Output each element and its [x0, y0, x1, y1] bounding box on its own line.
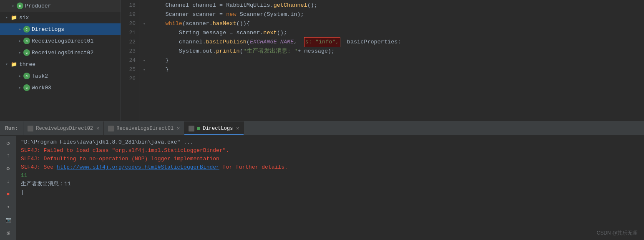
scroll-up-button[interactable]: ↑ [3, 151, 13, 161]
editor-gutter: ⬥ ⬥ ⬥ [139, 0, 148, 121]
tab-label-rld01: ReceiveLogsDirect01 [116, 126, 174, 131]
tree-label-rld01: ReceiveLogsDirect01 [32, 38, 93, 44]
tab-icon-directlogs [189, 126, 194, 131]
code-line-20: while(scanner.hasNext()){ [152, 19, 644, 28]
main-content: Producer 📁 six DirectLogs ReceiveLogsDir… [0, 0, 644, 121]
tree-item-task2[interactable]: Task2 [0, 70, 121, 82]
tree-arrow-rld02 [17, 49, 23, 56]
tree-arrow-task2 [17, 73, 23, 79]
output-line-3: SLF4J: Defaulting to no-operation (NOP) … [21, 155, 640, 163]
tree-item-directlogs[interactable]: DirectLogs [0, 23, 121, 35]
tab-receivelogsdirect01[interactable]: ReceiveLogsDirect01 ✕ [104, 121, 184, 135]
code-line-21: String message = scanner.next(); [152, 28, 644, 38]
folder-icon-three: 📁 [10, 61, 18, 68]
tree-item-receivelogsdirect01[interactable]: ReceiveLogsDirect01 [0, 35, 121, 47]
slf4j-link[interactable]: http://www.slf4j.org/codes.html#StaticLo… [57, 164, 219, 170]
output-line-4: SLF4J: See http://www.slf4j.org/codes.ht… [21, 163, 640, 172]
output-line-2: SLF4J: Failed to load class "org.slf4j.i… [21, 147, 640, 155]
code-editor: 18 19 20 21 22 23 24 25 26 ⬥ [121, 0, 644, 121]
code-line-19: Scanner scanner = new Scanner(System.in)… [152, 10, 644, 19]
class-icon-producer [17, 3, 23, 9]
scroll-down-button[interactable]: ↓ [3, 177, 13, 186]
code-area: 18 19 20 21 22 23 24 25 26 ⬥ [121, 0, 644, 121]
tree-item-producer[interactable]: Producer [0, 0, 121, 12]
project-tree: Producer 📁 six DirectLogs ReceiveLogsDir… [0, 0, 121, 121]
tree-label-task2: Task2 [32, 73, 48, 79]
class-icon-task2 [23, 73, 30, 79]
run-panel: Run: ReceiveLogsDirect02 ✕ ReceiveLogsDi… [0, 121, 644, 240]
tree-arrow-rld01 [17, 38, 23, 44]
run-label: Run: [0, 121, 23, 135]
output-line-6: 生产者发出消息：11 [21, 180, 640, 188]
tab-label-rld02: ReceiveLogsDirect02 [36, 126, 93, 131]
output-line-5: 11 [21, 172, 640, 180]
tree-item-six[interactable]: 📁 six [0, 12, 121, 23]
tab-icon-rld02 [28, 126, 33, 131]
tree-item-three[interactable]: 📁 three [0, 58, 121, 70]
tab-icon-rld01 [108, 126, 114, 131]
tab-close-rld02[interactable]: ✕ [96, 125, 99, 131]
run-tabs: Run: ReceiveLogsDirect02 ✕ ReceiveLogsDi… [0, 121, 644, 136]
output-cursor [21, 188, 640, 197]
tree-item-work03[interactable]: Work03 [0, 82, 121, 93]
tab-label-directlogs: DirectLogs [203, 126, 233, 131]
gutter-bookmark-24: ⬥ [143, 56, 145, 65]
code-line-18: Channel channel = RabbitMqUtils.getChann… [152, 1, 644, 10]
gutter-bookmark-20: ⬥ [143, 19, 145, 28]
tree-label-directlogs: DirectLogs [32, 26, 64, 33]
tree-label-six: six [19, 15, 29, 21]
class-icon-rld01 [23, 38, 30, 44]
tree-arrow-directlogs [17, 26, 23, 33]
tree-item-receivelogsdirect02[interactable]: ReceiveLogsDirect02 [0, 47, 121, 58]
code-line-22: channel.basicPublish(EXCHANGE_NAME, s: "… [152, 38, 644, 47]
code-line-26 [152, 74, 644, 83]
tab-dot-directlogs [197, 127, 200, 130]
class-icon-directlogs [23, 26, 30, 33]
stop-button[interactable]: ■ [3, 189, 13, 199]
code-line-23: System.out.println("生产者发出消息: "+ message)… [152, 47, 644, 56]
tab-close-directlogs[interactable]: ✕ [236, 125, 239, 131]
line-numbers: 18 19 20 21 22 23 24 25 26 [121, 0, 139, 121]
tab-close-rld01[interactable]: ✕ [177, 125, 180, 131]
tree-arrow-producer [10, 3, 17, 9]
gutter-bookmark-25: ⬥ [143, 65, 145, 74]
tree-arrow-six [3, 14, 10, 21]
code-line-25: } [152, 65, 644, 74]
print-button[interactable]: 🖨 [3, 228, 13, 237]
code-lines[interactable]: Channel channel = RabbitMqUtils.getChann… [148, 0, 644, 121]
tree-label-rld02: ReceiveLogsDirect02 [32, 50, 93, 56]
tree-label-producer: Producer [25, 3, 51, 9]
watermark: CSDN @其乐无涯 [596, 230, 637, 237]
tab-directlogs[interactable]: DirectLogs ✕ [184, 121, 244, 135]
folder-icon-six: 📁 [10, 14, 18, 21]
code-line-24: } [152, 56, 644, 65]
run-body: ↺ ↑ ⚙ ↓ ■ ⬆ 📷 🖨 "D:\Program Files\Java\j… [0, 136, 644, 240]
tree-arrow-three [3, 61, 10, 68]
settings-button[interactable]: ⚙ [3, 164, 13, 174]
dump-button[interactable]: ⬆ [3, 202, 13, 212]
class-icon-work03 [23, 84, 30, 91]
tree-label-three: three [19, 61, 35, 68]
rerun-button[interactable]: ↺ [3, 138, 13, 148]
screenshot-button[interactable]: 📷 [3, 215, 13, 225]
run-sidebar: ↺ ↑ ⚙ ↓ ■ ⬆ 📷 🖨 [0, 136, 17, 240]
tree-arrow-work03 [17, 84, 23, 91]
tab-receivelogsdirect02[interactable]: ReceiveLogsDirect02 ✕ [23, 121, 104, 135]
class-icon-rld02 [23, 49, 30, 56]
run-output[interactable]: "D:\Program Files\Java\jdk1.8.0_281\bin\… [17, 136, 644, 240]
tree-label-work03: Work03 [32, 85, 51, 91]
output-line-1: "D:\Program Files\Java\jdk1.8.0_281\bin\… [21, 138, 640, 147]
